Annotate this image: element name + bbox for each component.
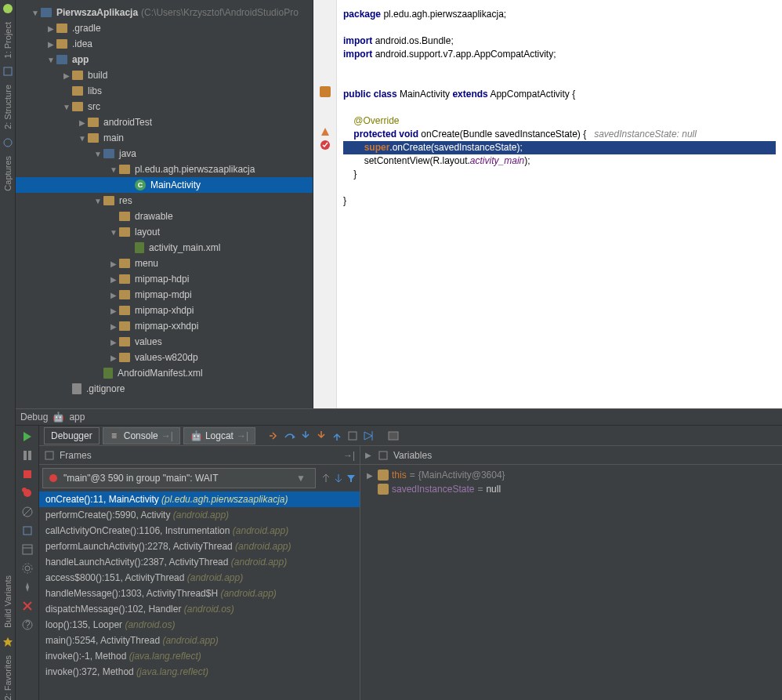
hide-frames-icon[interactable]: →| xyxy=(343,450,355,461)
structure-tool-tab[interactable]: 2: Structure xyxy=(3,85,13,129)
frame-row[interactable]: handleLaunchActivity():2387, ActivityThr… xyxy=(39,554,360,570)
tree-node-menu[interactable]: ▶menu xyxy=(16,256,313,271)
tree-node-values[interactable]: ▶values xyxy=(16,334,313,350)
expand-arrow-icon[interactable]: ▼ xyxy=(94,150,102,158)
collapse-arrow-icon[interactable]: ▶ xyxy=(365,451,373,459)
tree-node-idea[interactable]: ▶.idea xyxy=(16,36,313,52)
restore-layout-icon[interactable] xyxy=(21,543,34,556)
mute-breakpoints-icon[interactable] xyxy=(21,506,34,518)
frame-row[interactable]: callActivityOnCreate():1106, Instrumenta… xyxy=(39,523,360,539)
pause-icon[interactable] xyxy=(21,449,34,462)
tab-console[interactable]: ≡Console→| xyxy=(103,427,180,444)
evaluate-expression-icon[interactable] xyxy=(387,430,400,442)
collapse-arrow-icon[interactable]: ▶ xyxy=(47,24,55,33)
project-tool-tab[interactable]: 1: Project xyxy=(3,22,13,58)
tree-node-res[interactable]: ▼res xyxy=(16,193,313,209)
tree-node-activity-main-xml[interactable]: activity_main.xml xyxy=(16,240,313,256)
show-execution-point-icon[interactable] xyxy=(268,430,281,442)
expand-arrow-icon[interactable]: ▼ xyxy=(110,228,118,237)
drop-frame-icon[interactable] xyxy=(346,430,359,442)
collapse-arrow-icon[interactable]: ▶ xyxy=(110,338,118,346)
implement-up-icon[interactable] xyxy=(320,126,331,138)
code-content[interactable]: package package pl.edu.agh.pierwszaaplik… xyxy=(337,0,782,408)
tree-node-manifest[interactable]: AndroidManifest.xml xyxy=(16,365,313,381)
code-editor[interactable]: package package pl.edu.agh.pierwszaaplik… xyxy=(313,0,782,408)
step-over-icon[interactable] xyxy=(284,430,296,442)
pin-icon[interactable] xyxy=(21,581,34,593)
next-frame-icon[interactable] xyxy=(333,473,344,484)
tree-node-gitignore[interactable]: .gitignore xyxy=(16,381,313,397)
tree-node-app[interactable]: ▼app xyxy=(16,52,313,67)
tree-node-androidtest[interactable]: ▶androidTest xyxy=(16,114,313,130)
expand-arrow-icon[interactable]: ▼ xyxy=(94,197,102,205)
breakpoint-checked-icon[interactable] xyxy=(320,140,331,151)
tree-node-java[interactable]: ▼java xyxy=(16,146,313,161)
collapse-arrow-icon[interactable]: ▶ xyxy=(63,71,71,80)
frame-row[interactable]: invoke():-1, Method (java.lang.reflect) xyxy=(39,648,360,664)
resume-icon[interactable] xyxy=(21,430,34,443)
collapse-arrow-icon[interactable]: ▶ xyxy=(110,275,118,284)
expand-arrow-icon[interactable]: ▶ xyxy=(367,471,375,480)
frame-row[interactable]: handleMessage():1303, ActivityThread$H (… xyxy=(39,586,360,601)
settings-icon[interactable] xyxy=(21,562,34,575)
tree-node-mipmap-hdpi[interactable]: ▶mipmap-hdpi xyxy=(16,271,313,287)
frame-row[interactable]: dispatchMessage():102, Handler (android.… xyxy=(39,601,360,617)
stop-icon[interactable] xyxy=(21,468,34,481)
frame-row[interactable]: access$800():151, ActivityThread (androi… xyxy=(39,570,360,586)
favorites-tool-tab[interactable]: 2: Favorites xyxy=(3,655,13,700)
tab-debugger[interactable]: Debugger xyxy=(44,427,100,444)
frame-row[interactable]: loop():135, Looper (android.os) xyxy=(39,617,360,633)
view-breakpoints-icon[interactable] xyxy=(21,487,34,499)
collapse-arrow-icon[interactable]: ▶ xyxy=(110,354,118,362)
help-icon[interactable]: ? xyxy=(21,618,34,631)
prev-frame-icon[interactable] xyxy=(320,473,331,484)
debug-action-rail: ? xyxy=(16,426,39,700)
run-to-cursor-icon[interactable] xyxy=(362,430,375,442)
tree-node-libs[interactable]: libs xyxy=(16,83,313,99)
collapse-arrow-icon[interactable]: ▶ xyxy=(110,259,118,268)
tree-node-src[interactable]: ▼src xyxy=(16,99,313,114)
filter-icon[interactable] xyxy=(346,473,357,484)
step-out-icon[interactable] xyxy=(331,430,343,442)
tab-logcat[interactable]: 🤖Logcat→| xyxy=(183,427,255,444)
frame-row[interactable]: invoke():372, Method (java.lang.reflect) xyxy=(39,664,360,680)
expand-arrow-icon[interactable]: ▼ xyxy=(63,103,71,111)
tree-node-mipmap-mdpi[interactable]: ▶mipmap-mdpi xyxy=(16,287,313,303)
tree-root[interactable]: ▼ PierwszaAplikacja (C:\Users\Krzysztof\… xyxy=(16,5,313,20)
tree-node-mainactivity[interactable]: CMainActivity xyxy=(16,177,313,193)
collapse-arrow-icon[interactable]: ▶ xyxy=(110,306,118,315)
tree-node-mipmap-xxhdpi[interactable]: ▶mipmap-xxhdpi xyxy=(16,318,313,334)
tree-node-build[interactable]: ▶build xyxy=(16,67,313,83)
close-icon[interactable] xyxy=(21,600,34,612)
tree-node-values-w820dp[interactable]: ▶values-w820dp xyxy=(16,350,313,365)
build-variants-tool-tab[interactable]: Build Variants xyxy=(3,575,13,628)
variable-savedinstancestate[interactable]: savedInstanceState = null xyxy=(367,482,776,496)
expand-arrow-icon[interactable]: ▼ xyxy=(78,134,86,143)
expand-arrow-icon[interactable]: ▼ xyxy=(31,9,39,17)
frame-row[interactable]: main():5254, ActivityThread (android.app… xyxy=(39,633,360,648)
force-step-into-icon[interactable] xyxy=(315,430,328,442)
expand-arrow-icon[interactable]: ▼ xyxy=(110,165,118,174)
collapse-arrow-icon[interactable]: ▶ xyxy=(110,322,118,331)
thread-selector[interactable]: "main"@3 590 in group "main": WAIT ▼ xyxy=(42,468,316,488)
tree-node-package[interactable]: ▼pl.edu.agh.pierwszaaplikacja xyxy=(16,161,313,177)
frame-row[interactable]: onCreate():11, MainActivity (pl.edu.agh.… xyxy=(39,491,360,507)
collapse-arrow-icon[interactable]: ▶ xyxy=(47,40,55,49)
frame-row[interactable]: performLaunchActivity():2278, ActivityTh… xyxy=(39,539,360,554)
collapse-arrow-icon[interactable]: ▶ xyxy=(110,291,118,299)
expand-arrow-icon[interactable]: ▼ xyxy=(47,56,55,64)
tree-node-drawable[interactable]: drawable xyxy=(16,209,313,224)
captures-tool-tab[interactable]: Captures xyxy=(3,156,13,191)
tree-node-layout[interactable]: ▼layout xyxy=(16,224,313,240)
tree-node-main[interactable]: ▼main xyxy=(16,130,313,146)
tree-node-gradle[interactable]: ▶.gradle xyxy=(16,20,313,36)
svg-text:≡: ≡ xyxy=(111,430,117,441)
step-into-icon[interactable] xyxy=(299,430,312,442)
chevron-down-icon[interactable]: ▼ xyxy=(291,473,310,484)
collapse-arrow-icon[interactable]: ▶ xyxy=(78,118,86,127)
get-thread-dump-icon[interactable] xyxy=(21,524,34,537)
frame-row[interactable]: performCreate():5990, Activity (android.… xyxy=(39,507,360,523)
variable-this[interactable]: ▶ this = {MainActivity@3604} xyxy=(367,468,776,482)
tree-node-mipmap-xhdpi[interactable]: ▶mipmap-xhdpi xyxy=(16,303,313,318)
override-icon[interactable] xyxy=(320,86,331,98)
